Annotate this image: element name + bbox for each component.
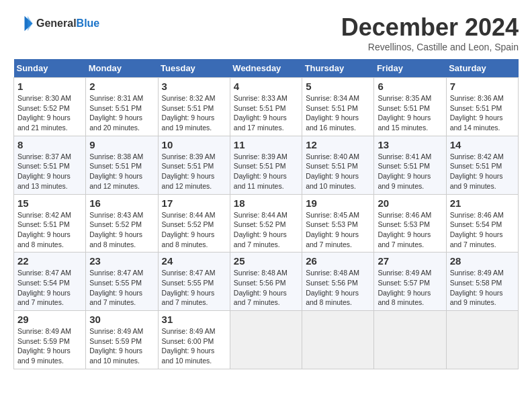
table-row — [302, 311, 374, 369]
col-saturday: Saturday — [446, 59, 518, 78]
table-row: 25Sunrise: 8:48 AMSunset: 5:56 PMDayligh… — [230, 253, 302, 311]
table-row: 12Sunrise: 8:40 AMSunset: 5:51 PMDayligh… — [302, 136, 374, 194]
table-row: 5Sunrise: 8:34 AMSunset: 5:51 PMDaylight… — [302, 78, 374, 136]
table-row: 23Sunrise: 8:47 AMSunset: 5:55 PMDayligh… — [86, 253, 158, 311]
table-row: 21Sunrise: 8:46 AMSunset: 5:54 PMDayligh… — [446, 194, 518, 253]
title-area: December 2024 Revellinos, Castille and L… — [341, 13, 519, 52]
table-row: 15Sunrise: 8:42 AMSunset: 5:51 PMDayligh… — [14, 194, 86, 253]
table-row: 28Sunrise: 8:49 AMSunset: 5:58 PMDayligh… — [446, 253, 518, 311]
table-row: 22Sunrise: 8:47 AMSunset: 5:54 PMDayligh… — [14, 253, 86, 311]
table-row: 8Sunrise: 8:37 AMSunset: 5:51 PMDaylight… — [14, 136, 86, 194]
table-row: 3Sunrise: 8:32 AMSunset: 5:51 PMDaylight… — [158, 78, 230, 136]
table-row: 24Sunrise: 8:47 AMSunset: 5:55 PMDayligh… — [158, 253, 230, 311]
col-sunday: Sunday — [14, 59, 86, 78]
table-row: 9Sunrise: 8:38 AMSunset: 5:51 PMDaylight… — [86, 136, 158, 194]
table-row: 29Sunrise: 8:49 AMSunset: 5:59 PMDayligh… — [14, 311, 86, 369]
table-row: 7Sunrise: 8:36 AMSunset: 5:51 PMDaylight… — [446, 78, 518, 136]
table-row: 26Sunrise: 8:48 AMSunset: 5:56 PMDayligh… — [302, 253, 374, 311]
subtitle: Revellinos, Castille and Leon, Spain — [341, 42, 519, 52]
col-tuesday: Tuesday — [158, 59, 230, 78]
table-row: 1Sunrise: 8:30 AMSunset: 5:52 PMDaylight… — [14, 78, 86, 136]
header-row: Sunday Monday Tuesday Wednesday Thursday… — [14, 59, 519, 78]
col-thursday: Thursday — [302, 59, 374, 78]
table-row — [230, 311, 302, 369]
table-row: 10Sunrise: 8:39 AMSunset: 5:51 PMDayligh… — [158, 136, 230, 194]
table-row: 4Sunrise: 8:33 AMSunset: 5:51 PMDaylight… — [230, 78, 302, 136]
table-row: 31Sunrise: 8:49 AMSunset: 6:00 PMDayligh… — [158, 311, 230, 369]
col-wednesday: Wednesday — [230, 59, 302, 78]
table-row: 2Sunrise: 8:31 AMSunset: 5:51 PMDaylight… — [86, 78, 158, 136]
logo-text: GeneralBlue — [36, 17, 99, 30]
logo: GeneralBlue — [13, 13, 99, 34]
month-title: December 2024 — [341, 13, 519, 42]
table-row: 16Sunrise: 8:43 AMSunset: 5:52 PMDayligh… — [86, 194, 158, 253]
table-row: 27Sunrise: 8:49 AMSunset: 5:57 PMDayligh… — [374, 253, 446, 311]
table-row — [374, 311, 446, 369]
page-header: GeneralBlue December 2024 Revellinos, Ca… — [13, 13, 519, 52]
table-row: 19Sunrise: 8:45 AMSunset: 5:53 PMDayligh… — [302, 194, 374, 253]
table-row: 14Sunrise: 8:42 AMSunset: 5:51 PMDayligh… — [446, 136, 518, 194]
table-row: 18Sunrise: 8:44 AMSunset: 5:52 PMDayligh… — [230, 194, 302, 253]
col-friday: Friday — [374, 59, 446, 78]
table-row: 20Sunrise: 8:46 AMSunset: 5:53 PMDayligh… — [374, 194, 446, 253]
table-row: 30Sunrise: 8:49 AMSunset: 5:59 PMDayligh… — [86, 311, 158, 369]
logo-icon — [13, 13, 34, 34]
table-row: 17Sunrise: 8:44 AMSunset: 5:52 PMDayligh… — [158, 194, 230, 253]
table-row: 11Sunrise: 8:39 AMSunset: 5:51 PMDayligh… — [230, 136, 302, 194]
table-row: 6Sunrise: 8:35 AMSunset: 5:51 PMDaylight… — [374, 78, 446, 136]
table-row — [446, 311, 518, 369]
col-monday: Monday — [86, 59, 158, 78]
calendar-table: Sunday Monday Tuesday Wednesday Thursday… — [13, 59, 519, 369]
table-row: 13Sunrise: 8:41 AMSunset: 5:51 PMDayligh… — [374, 136, 446, 194]
